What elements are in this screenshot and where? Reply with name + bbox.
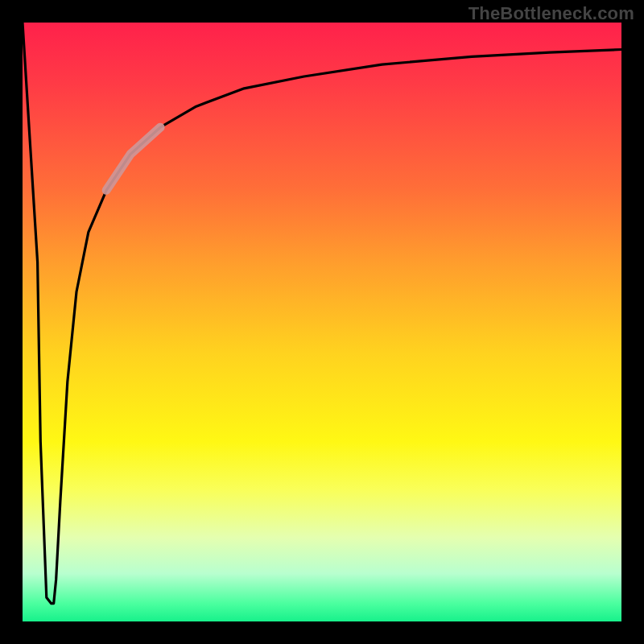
chart-frame: TheBottleneck.com: [0, 0, 644, 644]
watermark-label: TheBottleneck.com: [469, 3, 634, 24]
curve-layer: [23, 23, 621, 621]
highlight-segment: [106, 127, 160, 190]
main-curve: [23, 23, 621, 604]
